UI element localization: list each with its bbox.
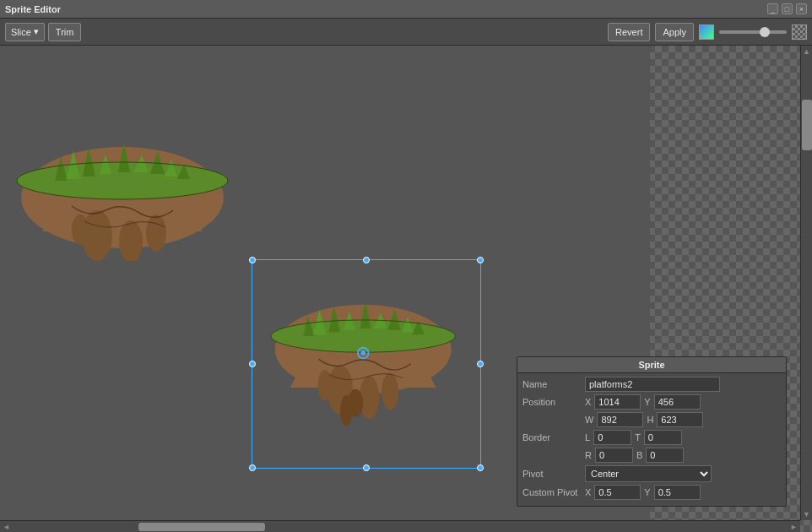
handle-bottom-left[interactable] (249, 464, 256, 471)
canvas-area[interactable]: ▲ ▼ ◄ ► Sprite Name (0, 46, 812, 532)
custom-pivot-label: Custom Pivot (522, 487, 582, 497)
scrollbar-down-arrow[interactable]: ▼ (801, 508, 812, 520)
position-label: Position (522, 397, 582, 407)
title-bar: Sprite Editor _ □ × (0, 0, 812, 19)
title-bar-left: Sprite Editor (5, 4, 61, 14)
svg-point-5 (72, 214, 89, 245)
size-w-input[interactable] (597, 412, 643, 427)
scrollbar-left-arrow[interactable]: ◄ (1, 523, 12, 531)
revert-button[interactable]: Revert (608, 23, 650, 41)
scrollbar-up-arrow[interactable]: ▲ (801, 46, 812, 57)
maximize-button[interactable]: □ (782, 3, 793, 14)
l-label: L (585, 432, 590, 442)
border-l-input[interactable] (593, 430, 631, 445)
sprite-info-panel: Sprite Name Position X Y (517, 356, 787, 507)
position-fields: X Y (585, 394, 701, 410)
pivot-x-label: X (585, 487, 591, 497)
pivot-select[interactable]: Center Top Left Top Right Bottom Left Bo… (585, 465, 712, 482)
sprite-panel-header: Sprite (517, 357, 786, 373)
pivot-row: Pivot Center Top Left Top Right Bottom L… (522, 465, 781, 482)
border-b-input[interactable] (646, 448, 684, 463)
island-svg-1 (8, 96, 236, 261)
zoom-slider[interactable] (719, 30, 787, 34)
border-fields2: R B (585, 448, 684, 463)
size-h-input[interactable] (657, 412, 703, 427)
handle-bottom-right[interactable] (477, 464, 484, 471)
trim-button[interactable]: Trim (48, 23, 82, 41)
custom-pivot-row: Custom Pivot X Y (522, 485, 781, 500)
border-row: Border L T (522, 430, 781, 445)
t-label: T (635, 432, 641, 442)
sprite-panel-body: Name Position X Y (517, 373, 786, 506)
y-label: Y (644, 397, 650, 407)
scrollbar-right-arrow[interactable]: ► (788, 523, 799, 531)
apply-button[interactable]: Apply (655, 23, 694, 41)
toolbar-right: Revert Apply (608, 23, 807, 41)
x-label: X (585, 397, 591, 407)
handle-bottom-center[interactable] (363, 464, 370, 471)
h-label: H (647, 415, 653, 425)
minimize-button[interactable]: _ (767, 3, 778, 14)
island-sprite-2 (253, 261, 477, 430)
slice-button[interactable]: Slice ▾ (5, 23, 45, 41)
handle-top-right[interactable] (477, 257, 484, 263)
pivot-y-label: Y (644, 487, 650, 497)
border-label: Border (522, 432, 582, 442)
r-label: R (585, 450, 592, 460)
position-y-input[interactable] (654, 394, 701, 410)
size-fields: W H (585, 412, 703, 427)
svg-point-21 (382, 373, 398, 410)
pivot-label: Pivot (522, 469, 582, 479)
b-label: B (636, 450, 642, 460)
slice-chevron-icon: ▾ (34, 26, 39, 37)
horizontal-scrollbar-thumb[interactable] (138, 523, 265, 531)
slice-label: Slice (11, 27, 31, 37)
close-button[interactable]: × (796, 3, 807, 14)
border-r-input[interactable] (595, 448, 633, 463)
vertical-scrollbar-thumb[interactable] (802, 100, 812, 150)
svg-point-37 (361, 350, 365, 355)
border-row2: R B (522, 448, 781, 463)
name-row: Name (522, 377, 781, 392)
name-label: Name (522, 379, 582, 389)
horizontal-scrollbar[interactable]: ◄ ► (0, 520, 800, 532)
window-title: Sprite Editor (5, 4, 61, 14)
pivot-x-input[interactable] (594, 485, 641, 500)
main-content: ▲ ▼ ◄ ► Sprite Name (0, 46, 812, 532)
position-x-input[interactable] (594, 394, 641, 410)
title-bar-controls: _ □ × (767, 3, 807, 14)
vertical-scrollbar[interactable]: ▲ ▼ (800, 46, 812, 520)
toolbar-left: Slice ▾ Trim (5, 23, 81, 41)
zoom-slider-container (719, 30, 787, 34)
svg-point-4 (146, 214, 166, 252)
island-svg-2 (253, 261, 477, 430)
checkerboard-toggle-icon[interactable] (792, 24, 807, 40)
name-input[interactable] (585, 377, 720, 392)
w-label: W (585, 415, 593, 425)
sprite-editor-window: Sprite Editor _ □ × Slice ▾ Trim Revert … (0, 0, 812, 532)
svg-point-3 (119, 220, 143, 261)
custom-pivot-fields: X Y (585, 485, 701, 500)
handle-middle-right[interactable] (477, 361, 484, 367)
border-t-input[interactable] (644, 430, 682, 445)
toolbar: Slice ▾ Trim Revert Apply (0, 19, 812, 46)
pivot-y-input[interactable] (654, 485, 701, 500)
color-picker-icon[interactable] (699, 24, 714, 40)
svg-point-24 (340, 395, 353, 426)
size-row: W H (522, 412, 781, 427)
island-sprite-1 (8, 96, 236, 261)
position-row: Position X Y (522, 394, 781, 410)
border-fields: L T (585, 430, 682, 445)
